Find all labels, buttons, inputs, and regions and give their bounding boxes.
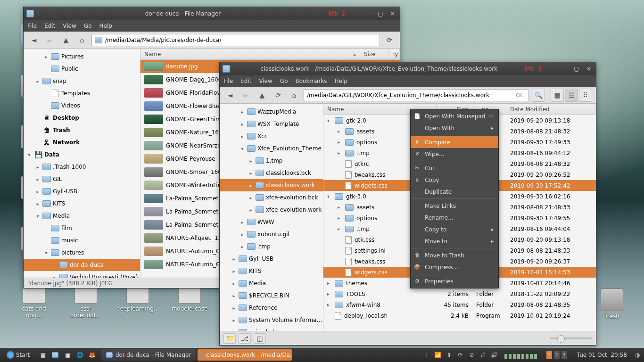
printer-icon[interactable]: 🖨: [479, 351, 487, 359]
dual-pane-button[interactable]: ◫: [254, 333, 266, 344]
session-icon[interactable]: ◑: [634, 351, 641, 359]
home-button[interactable]: ⌂: [75, 33, 89, 47]
ctx-move-to-trash[interactable]: 🗑 Move to Trash: [411, 249, 498, 261]
tree-item[interactable]: ▾ pictures: [24, 247, 140, 259]
tree-item[interactable]: ▸ Gyll-USB: [220, 253, 323, 265]
show-desktop-launcher[interactable]: ▦: [37, 349, 49, 361]
tree-item[interactable]: 🖥 Desktop: [24, 112, 140, 124]
ctx-cut[interactable]: ✂ Cut: [411, 162, 498, 174]
menu-view[interactable]: View: [259, 78, 272, 84]
menu-help[interactable]: Help: [335, 78, 347, 84]
list-view-button[interactable]: ☰: [565, 89, 578, 102]
ctx-wipe-[interactable]: ✕ Wipe...: [411, 148, 498, 160]
minimize-button[interactable]: —: [364, 10, 372, 17]
tree-item[interactable]: ▸ KITS: [24, 197, 140, 210]
tree-item[interactable]: ▸ WazzupMedia: [220, 106, 323, 118]
tree-item[interactable]: ▸ xfce-evolution.bck: [220, 191, 323, 204]
tree-item[interactable]: ▸ Gyll-USB: [24, 185, 140, 197]
forward-button[interactable]: ►: [239, 89, 253, 102]
tree-item[interactable]: ▾ 💾 Data: [24, 148, 140, 161]
up-button[interactable]: ▲: [256, 89, 269, 102]
volume-icon[interactable]: 🔊: [491, 351, 498, 359]
tree-item[interactable]: Videos: [24, 99, 140, 112]
back-button[interactable]: ◄: [223, 89, 237, 102]
path-field[interactable]: [307, 92, 514, 99]
tree-item[interactable]: film: [24, 222, 140, 234]
workspace-1[interactable]: 1: [546, 351, 553, 359]
minimize-button[interactable]: —: [560, 65, 569, 73]
menu-go[interactable]: Go: [280, 78, 288, 84]
col-type[interactable]: Ty: [388, 49, 400, 59]
zoom-slider[interactable]: [550, 337, 592, 339]
tree-item[interactable]: dor-de-duca: [24, 259, 140, 271]
tree-item[interactable]: ▸ Xcc: [220, 130, 323, 142]
tree-item[interactable]: Public: [24, 63, 140, 75]
menu-view[interactable]: View: [63, 23, 76, 29]
titlebar[interactable]: classiclooks.work - /media/Data/GIL/WORK…: [220, 62, 596, 75]
trash-desktop-icon[interactable]: Trash: [593, 288, 631, 320]
bluetooth-icon[interactable]: ᛒ: [423, 351, 430, 359]
taskbar-task[interactable]: classiclooks.work - /media/Da...: [198, 349, 292, 361]
tree-item[interactable]: 🖧 Network: [24, 136, 140, 148]
tree-item[interactable]: ▸ classiclooks.bck: [220, 167, 323, 179]
workspace-2[interactable]: 2: [553, 351, 560, 359]
tree-item[interactable]: ▸ System Volume Information: [220, 314, 323, 326]
forward-button[interactable]: ►: [43, 33, 57, 47]
show-hidden-button[interactable]: 📁: [223, 333, 236, 344]
file-row[interactable]: ▸xfwm4-win8 45 items Folder 2019-08-08 2…: [323, 299, 596, 310]
tree-item[interactable]: music: [24, 234, 140, 247]
tree-item[interactable]: ▸ .Trash-1000: [24, 161, 140, 173]
tree-item[interactable]: ▸ voicu.bck: [220, 326, 323, 331]
tree-item[interactable]: ▸ 1.tmp: [220, 155, 323, 167]
tree-item[interactable]: ▸ Reference: [220, 302, 323, 314]
clock[interactable]: Tue 01 Oct, 20:58: [574, 352, 630, 358]
menu-edit[interactable]: Edit: [240, 78, 251, 84]
tree-item[interactable]: ▸ Vechiul Bucuresti (Poze): [24, 271, 140, 278]
tree-item[interactable]: ▸ WSX_Template: [220, 118, 323, 130]
tree-item[interactable]: ▸ Media: [220, 277, 323, 289]
tree-item[interactable]: ▸ KITS: [220, 265, 323, 277]
menu-edit[interactable]: Edit: [44, 23, 55, 29]
tree-item[interactable]: ▸ WWW: [220, 216, 323, 228]
clear-path-button[interactable]: ⌫: [514, 92, 526, 99]
tree-item[interactable]: ▸ $RECYCLE.BIN: [220, 289, 323, 302]
tree-item[interactable]: Templates: [24, 87, 140, 99]
ctx-compress-[interactable]: 📦 Compress...: [411, 261, 498, 273]
col-size[interactable]: Size: [360, 49, 388, 59]
ctx-open-with[interactable]: Open With ▸: [411, 122, 498, 134]
ctx-copy[interactable]: ⎘ Copy: [411, 174, 498, 186]
home-button[interactable]: ⌂: [288, 89, 301, 102]
up-button[interactable]: ▲: [59, 33, 73, 47]
maximize-button[interactable]: ▢: [376, 10, 385, 17]
ctx-rename-[interactable]: Rename...: [411, 212, 498, 223]
col-date[interactable]: Date Modified: [506, 104, 596, 115]
start-button[interactable]: Start: [3, 349, 33, 361]
maximize-button[interactable]: ▢: [572, 65, 581, 73]
ctx-make-links[interactable]: Make Links: [411, 200, 498, 212]
blocker-icon[interactable]: ⊘: [468, 351, 476, 359]
tree-item[interactable]: ▸ .tmp: [220, 240, 323, 253]
titlebar[interactable]: dor-de-duca - File Manager Gtk 2 — ▢ ✕: [24, 7, 400, 20]
path-input[interactable]: [91, 34, 380, 46]
compact-view-button[interactable]: ⠿: [579, 89, 592, 102]
workspace-3[interactable]: 3: [561, 351, 568, 359]
file-row[interactable]: ▸TOOLS 2 items Folder 2018-11-22 02:09:2…: [323, 288, 596, 299]
sync-icon[interactable]: ⟳: [457, 351, 464, 359]
ctx-duplicate[interactable]: Duplicate: [411, 186, 498, 197]
close-button[interactable]: ✕: [585, 65, 593, 73]
cpu-monitor[interactable]: [504, 351, 537, 359]
tree-item[interactable]: ▸ snap: [24, 75, 140, 87]
search-button[interactable]: 🔍: [532, 89, 545, 102]
tree-view-button[interactable]: ⎇: [239, 333, 251, 344]
tree-item[interactable]: ▾ Media: [24, 210, 140, 222]
back-button[interactable]: ◄: [27, 33, 41, 47]
updates-icon[interactable]: ⬆: [446, 351, 453, 359]
tree-item[interactable]: ▸ classiclooks.work: [220, 179, 323, 191]
col-name[interactable]: Name ▴: [140, 49, 360, 59]
close-button[interactable]: ✕: [388, 10, 397, 17]
tree-item[interactable]: ▸ GIL: [24, 173, 140, 185]
reload-button[interactable]: ⟳: [272, 89, 285, 102]
tree-item[interactable]: ▸ xubuntu.gil: [220, 228, 323, 240]
tree-item[interactable]: ▸ Pictures: [24, 50, 140, 63]
menu-file[interactable]: File: [223, 78, 233, 84]
